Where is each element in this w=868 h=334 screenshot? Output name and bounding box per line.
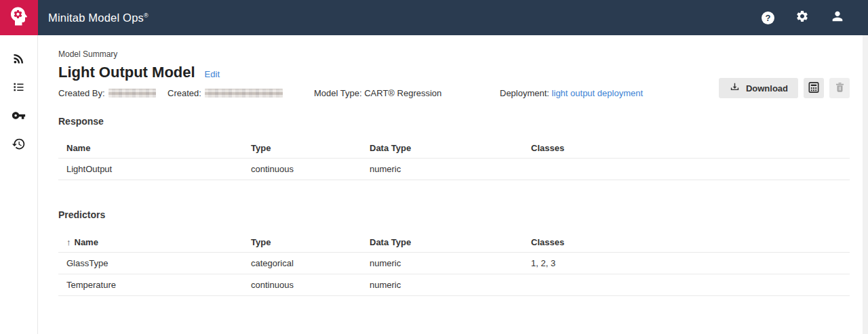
scoring-grid-button[interactable] <box>804 78 824 98</box>
created-by-label: Created By: <box>58 88 105 98</box>
table-row: GlassType categorical numeric 1, 2, 3 <box>58 253 850 274</box>
response-col-classes[interactable]: Classes <box>523 138 850 158</box>
response-section-heading: Response <box>58 116 850 127</box>
created-value-redacted <box>205 89 283 98</box>
sidebar-item-feeds[interactable] <box>12 51 26 66</box>
top-bar: Minitab Model Ops® ? <box>0 0 868 35</box>
delete-icon <box>833 81 846 96</box>
predictors-section-heading: Predictors <box>58 209 850 220</box>
predictors-col-data-type[interactable]: Data Type <box>361 232 523 253</box>
predictors-col-classes[interactable]: Classes <box>523 232 850 253</box>
rss-feed-icon <box>12 56 26 68</box>
brand-head-gear-icon <box>7 4 31 31</box>
cell-classes: 1, 2, 3 <box>523 253 850 274</box>
response-table: Name Type Data Type Classes LightOutput … <box>58 138 850 180</box>
cell-name: GlassType <box>58 253 243 274</box>
cell-name: LightOutput <box>58 158 243 180</box>
toolbar: Download <box>719 78 850 98</box>
response-col-type[interactable]: Type <box>243 138 361 158</box>
cell-data-type: numeric <box>361 274 523 296</box>
help-icon[interactable]: ? <box>762 12 774 24</box>
edit-link[interactable]: Edit <box>205 69 220 79</box>
history-icon <box>12 142 26 153</box>
predictors-col-name[interactable]: ↑Name <box>58 232 243 253</box>
sidebar-item-list[interactable] <box>12 80 26 94</box>
download-button[interactable]: Download <box>719 78 798 98</box>
deployment-label: Deployment: <box>500 88 549 98</box>
registered-mark: ® <box>144 12 149 18</box>
predictors-header-row: ↑Name Type Data Type Classes <box>58 232 850 253</box>
cell-type: continuous <box>243 274 361 296</box>
main-content: Model Summary Light Output Model Edit Cr… <box>38 35 868 334</box>
side-nav <box>0 35 38 334</box>
sidebar-item-keys[interactable] <box>12 108 26 123</box>
brand-logo[interactable] <box>0 0 38 35</box>
list-icon <box>12 85 26 96</box>
delete-button[interactable] <box>829 78 850 98</box>
page-title: Light Output Model <box>58 64 195 81</box>
cell-name: Temperature <box>58 274 243 296</box>
scoring-grid-icon <box>807 81 821 96</box>
app-title: Minitab Model Ops® <box>48 12 149 24</box>
response-col-data-type[interactable]: Data Type <box>361 138 523 158</box>
response-col-name[interactable]: Name <box>58 138 243 158</box>
key-icon <box>12 113 26 125</box>
download-icon <box>729 81 741 95</box>
predictors-col-type[interactable]: Type <box>243 232 361 253</box>
created-by-value-redacted <box>108 89 156 98</box>
model-type-label: Model Type: <box>314 88 362 98</box>
model-type-value: CART® Regression <box>364 88 441 98</box>
deployment-link[interactable]: light output deployment <box>552 88 643 98</box>
vertical-scrollbar[interactable] <box>863 35 868 334</box>
table-row: Temperature continuous numeric <box>58 274 850 296</box>
cell-type: continuous <box>243 158 361 180</box>
cell-type: categorical <box>243 253 361 274</box>
cell-data-type: numeric <box>361 253 523 274</box>
predictors-table: ↑Name Type Data Type Classes GlassType c… <box>58 232 850 297</box>
breadcrumb: Model Summary <box>58 49 850 59</box>
response-header-row: Name Type Data Type Classes <box>58 138 850 158</box>
account-icon[interactable] <box>830 9 845 26</box>
created-label: Created: <box>167 88 201 98</box>
cell-classes <box>523 158 850 180</box>
settings-gear-icon[interactable] <box>795 9 809 26</box>
sidebar-item-history[interactable] <box>12 137 26 151</box>
table-row: LightOutput continuous numeric <box>58 158 850 180</box>
cell-data-type: numeric <box>361 158 523 180</box>
sort-ascending-icon: ↑ <box>66 237 71 247</box>
cell-classes <box>523 274 850 296</box>
